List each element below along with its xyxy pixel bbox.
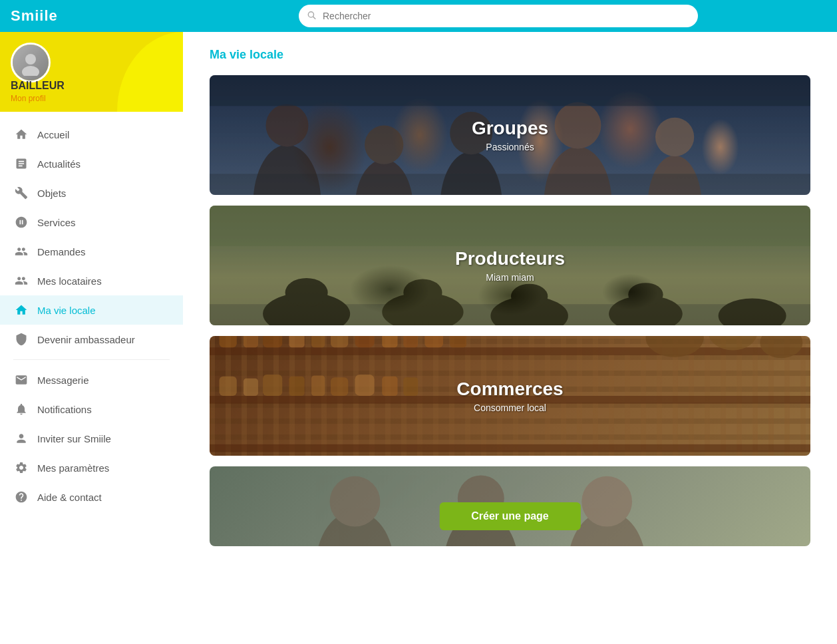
message-icon bbox=[13, 372, 29, 388]
search-icon bbox=[307, 11, 316, 22]
sidebar-item-label: Demandes bbox=[37, 246, 86, 257]
logo: Smiile bbox=[11, 7, 58, 24]
card-overlay-commerces: Commerces Consommer local bbox=[210, 336, 810, 456]
svg-line-1 bbox=[313, 17, 315, 19]
user-name: BAILLEUR bbox=[11, 80, 65, 92]
settings-icon bbox=[13, 460, 29, 476]
tools-icon bbox=[13, 185, 29, 201]
sidebar-item-services[interactable]: Services bbox=[0, 208, 183, 237]
svg-point-61 bbox=[330, 476, 381, 527]
sidebar-item-label: Objets bbox=[37, 188, 66, 199]
sidebar-item-messagerie[interactable]: Messagerie bbox=[0, 365, 183, 395]
notif-icon bbox=[13, 401, 29, 417]
sidebar-item-ma-vie-locale[interactable]: Ma vie locale bbox=[0, 295, 183, 325]
svg-point-2 bbox=[25, 54, 36, 65]
sidebar-nav: Accueil Actualités Objets bbox=[0, 112, 183, 520]
sidebar-header: BAILLEUR Mon profil bbox=[0, 32, 183, 112]
sidebar-item-demandes[interactable]: Demandes bbox=[0, 237, 183, 266]
sidebar-item-aide[interactable]: Aide & contact bbox=[0, 482, 183, 512]
sidebar-item-label: Inviter sur Smiile bbox=[37, 433, 111, 444]
sidebar-item-notifications[interactable]: Notifications bbox=[0, 395, 183, 424]
search-container bbox=[299, 5, 698, 27]
avatar[interactable] bbox=[11, 43, 51, 82]
services-icon bbox=[13, 214, 29, 230]
local-icon bbox=[13, 302, 29, 318]
card-overlay-groupes: Groupes Passionnés bbox=[210, 75, 810, 195]
sidebar-item-inviter[interactable]: Inviter sur Smiile bbox=[0, 424, 183, 453]
create-page-button[interactable]: Créer une page bbox=[439, 502, 580, 530]
sidebar-item-label: Accueil bbox=[37, 129, 69, 140]
page-title: Ma vie locale bbox=[210, 48, 810, 62]
sidebar-item-label: Ma vie locale bbox=[37, 305, 96, 316]
sidebar-item-label: Services bbox=[37, 217, 76, 228]
sidebar-item-devenir-ambassadeur[interactable]: Devenir ambassadeur bbox=[0, 325, 183, 354]
sidebar-item-objets[interactable]: Objets bbox=[0, 178, 183, 208]
card-subtitle-commerces: Consommer local bbox=[474, 402, 546, 413]
help-icon bbox=[13, 489, 29, 505]
card-groupes[interactable]: Groupes Passionnés bbox=[210, 75, 810, 195]
sidebar: BAILLEUR Mon profil Accueil Actualités bbox=[0, 32, 183, 644]
topbar: Smiile bbox=[0, 0, 837, 32]
svg-point-3 bbox=[22, 66, 39, 76]
tenants-icon bbox=[13, 273, 29, 289]
card-title-producteurs: Producteurs bbox=[455, 248, 565, 269]
card-overlay-producteurs: Producteurs Miam miam bbox=[210, 206, 810, 325]
user-info: BAILLEUR Mon profil bbox=[11, 80, 65, 104]
sidebar-item-label: Mes locataires bbox=[37, 275, 102, 287]
avatar-image bbox=[13, 45, 49, 80]
card-commerces[interactable]: Commerces Consommer local bbox=[210, 336, 810, 456]
requests-icon bbox=[13, 243, 29, 259]
card-title-commerces: Commerces bbox=[456, 379, 563, 400]
sidebar-item-mes-locataires[interactable]: Mes locataires bbox=[0, 266, 183, 295]
home-icon bbox=[13, 126, 29, 142]
profile-link[interactable]: Mon profil bbox=[11, 94, 46, 103]
sidebar-item-label: Actualités bbox=[37, 158, 81, 170]
sidebar-item-parametres[interactable]: Mes paramètres bbox=[0, 453, 183, 482]
nav-divider bbox=[13, 359, 170, 360]
card-subtitle-groupes: Passionnés bbox=[486, 142, 534, 152]
logo-area: Smiile bbox=[11, 7, 170, 25]
card-producteurs[interactable]: Producteurs Miam miam bbox=[210, 206, 810, 325]
sidebar-item-actualites[interactable]: Actualités bbox=[0, 149, 183, 178]
card-subtitle-producteurs: Miam miam bbox=[486, 272, 534, 283]
sidebar-item-label: Mes paramètres bbox=[37, 462, 109, 474]
content-area: Ma vie locale bbox=[183, 32, 837, 644]
card-create[interactable]: Créer une page bbox=[210, 466, 810, 546]
sidebar-item-label: Devenir ambassadeur bbox=[37, 334, 135, 345]
svg-point-65 bbox=[582, 476, 632, 527]
ambassador-icon bbox=[13, 331, 29, 347]
news-icon bbox=[13, 156, 29, 172]
sidebar-item-label: Notifications bbox=[37, 404, 92, 415]
card-title-groupes: Groupes bbox=[472, 118, 548, 139]
sidebar-item-accueil[interactable]: Accueil bbox=[0, 120, 183, 149]
sidebar-item-label: Messagerie bbox=[37, 375, 89, 386]
invite-icon bbox=[13, 430, 29, 446]
main-layout: BAILLEUR Mon profil Accueil Actualités bbox=[0, 32, 837, 644]
sidebar-item-label: Aide & contact bbox=[37, 492, 102, 503]
search-input[interactable] bbox=[299, 5, 698, 27]
card-grid: Groupes Passionnés bbox=[210, 75, 810, 546]
